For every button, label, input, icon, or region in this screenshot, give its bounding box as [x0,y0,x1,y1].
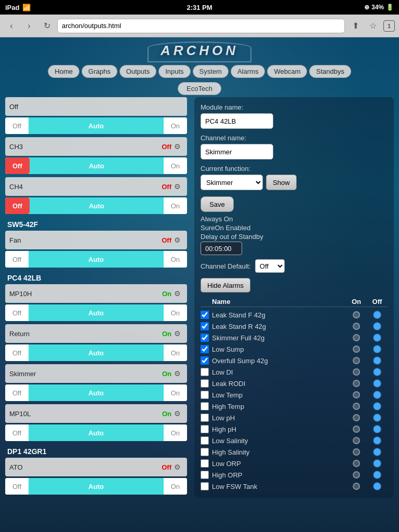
ctrl-auto[interactable]: Auto [29,478,164,495]
alarm-check-low-sump[interactable] [201,345,209,353]
ctrl-off[interactable]: Off [5,424,29,441]
alarm-check-low-fsw-tank[interactable] [201,482,209,490]
radio-off[interactable] [374,414,381,421]
alarm-check-high-ph[interactable] [201,425,209,433]
nav-home[interactable]: Home [48,65,79,78]
ctrl-on[interactable]: On [164,304,187,321]
alarm-check-low-temp[interactable] [201,391,209,399]
radio-on[interactable] [353,425,360,433]
ctrl-off-active[interactable]: Off [5,197,30,214]
radio-on[interactable] [353,345,360,353]
alarm-check-high-orp[interactable] [201,471,209,479]
alarm-check-leak-stand-f[interactable] [201,311,209,319]
gear-button[interactable]: ⚙ [171,234,183,246]
ctrl-on[interactable]: On [164,251,187,268]
radio-off[interactable] [374,448,381,456]
ctrl-on[interactable]: On [164,197,187,214]
ctrl-auto[interactable]: Auto [30,197,164,214]
share-button[interactable]: ⬆ [348,19,363,33]
radio-off[interactable] [374,345,381,353]
gear-button[interactable]: ⚙ [171,368,183,379]
radio-on[interactable] [353,448,360,456]
radio-on[interactable] [353,437,360,444]
ctrl-off[interactable]: Off [5,384,29,401]
function-select[interactable]: Skimmer Return MP10H MP10L Fan ATO [201,175,263,190]
channel-control-row[interactable]: Off Auto On [5,384,187,401]
ctrl-off[interactable]: Off [5,344,29,361]
alarm-check-high-salinity[interactable] [201,448,209,456]
nav-alarms[interactable]: Alarms [231,65,265,78]
ctrl-on[interactable]: On [164,344,187,361]
channel-control-row[interactable]: Off Auto On [5,344,187,361]
ctrl-off[interactable]: Off [5,117,29,134]
tab-count[interactable]: 1 [383,20,395,32]
nav-webcam[interactable]: Webcam [267,65,307,78]
reload-button[interactable]: ↻ [39,19,54,33]
ctrl-on[interactable]: On [164,384,187,401]
channel-control-row[interactable]: Off Auto On [5,251,187,268]
radio-off[interactable] [374,323,381,330]
forward-button[interactable]: › [22,19,36,33]
radio-on[interactable] [353,414,360,421]
bookmark-button[interactable]: ☆ [366,19,380,33]
radio-off[interactable] [374,483,381,490]
channel-control-row[interactable]: Off Auto On [5,304,187,321]
channel-control-row[interactable]: Off Auto On [5,157,187,174]
nav-standbys[interactable]: Standbys [309,65,351,78]
ctrl-auto[interactable]: Auto [30,157,164,174]
channel-control-row[interactable]: Off Auto On [5,117,187,134]
ctrl-off[interactable]: Off [5,478,29,495]
channel-control-row[interactable]: Off Auto On [5,197,187,214]
nav-graphs[interactable]: Graphs [82,65,117,78]
url-input[interactable] [57,19,345,33]
radio-on[interactable] [353,460,360,467]
radio-on[interactable] [353,334,360,341]
gear-button[interactable]: ⚙ [171,328,183,339]
radio-off[interactable] [374,380,381,387]
gear-button[interactable]: ⚙ [171,141,183,152]
radio-off[interactable] [374,311,381,318]
radio-off[interactable] [374,357,381,364]
channel-control-row[interactable]: Off Auto On [5,424,187,441]
radio-off[interactable] [374,391,381,398]
ctrl-auto[interactable]: Auto [29,304,164,321]
show-button[interactable]: Show [266,175,297,190]
ctrl-off[interactable]: Off [5,251,29,268]
gear-button[interactable]: ⚙ [171,288,183,299]
ctrl-auto[interactable]: Auto [29,251,164,268]
alarm-check-low-salinity[interactable] [201,436,209,445]
channel-control-row[interactable]: Off Auto On [5,478,187,495]
ctrl-auto[interactable]: Auto [29,344,164,361]
gear-button[interactable]: ⚙ [171,181,183,192]
radio-on[interactable] [353,380,360,387]
module-input[interactable] [201,113,273,129]
ctrl-auto[interactable]: Auto [29,384,164,401]
alarm-check-low-di[interactable] [201,368,209,376]
back-button[interactable]: ‹ [4,19,19,33]
nav-inputs[interactable]: Inputs [158,65,190,78]
radio-on[interactable] [353,391,360,398]
radio-on[interactable] [353,323,360,330]
radio-on[interactable] [353,368,360,376]
radio-off[interactable] [374,403,381,410]
alarm-check-leak-rodi[interactable] [201,379,209,388]
ctrl-off[interactable]: Off [5,304,29,321]
radio-on[interactable] [353,311,360,318]
alarm-check-skimmer-full[interactable] [201,334,209,342]
ctrl-auto[interactable]: Auto [29,117,164,134]
radio-on[interactable] [353,483,360,490]
ctrl-on[interactable]: On [164,478,187,495]
radio-off[interactable] [374,460,381,467]
hide-alarms-button[interactable]: Hide Alarms [201,278,250,292]
radio-off[interactable] [374,471,381,478]
radio-on[interactable] [353,471,360,478]
radio-off[interactable] [374,334,381,341]
gear-button[interactable]: ⚙ [171,408,183,419]
save-button[interactable]: Save [201,196,234,212]
channel-input[interactable] [201,144,273,159]
radio-off[interactable] [374,368,381,376]
nav-ecotech[interactable]: EcoTech [178,82,221,95]
radio-on[interactable] [353,403,360,410]
ctrl-on[interactable]: On [164,157,187,174]
ctrl-off-active[interactable]: Off [5,157,30,174]
